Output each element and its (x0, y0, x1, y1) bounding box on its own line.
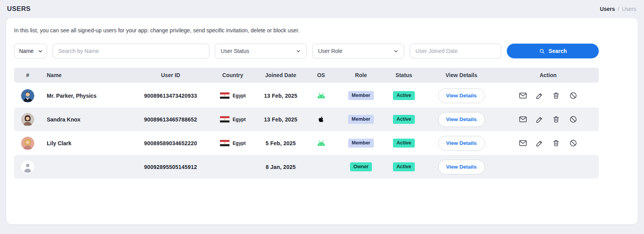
user-status-select[interactable]: User Status (215, 44, 307, 58)
search-field-select-value: Name (19, 48, 34, 54)
top-bar: USERS Users / Users (0, 0, 644, 16)
block-button[interactable] (569, 139, 577, 147)
table-row: Lily Clark 90089589034652220 Egypt 5 Feb… (14, 131, 599, 155)
user-name: Mr. Parker, Physics (47, 93, 97, 99)
android-icon (317, 140, 326, 146)
joined-date: 13 Feb, 2025 (264, 116, 297, 123)
egypt-flag-icon (220, 116, 230, 123)
column-header: Action (497, 72, 599, 78)
search-field-select[interactable]: Name (14, 44, 47, 58)
egypt-flag-icon (220, 140, 230, 146)
page-title: USERS (7, 5, 31, 13)
search-icon (539, 48, 545, 55)
role-badge: Member (348, 115, 374, 124)
search-input-wrap (53, 44, 210, 58)
table-row: 90092895505145912 8 Jan, 2025 Owner Acti… (14, 155, 599, 179)
breadcrumb-separator: / (618, 6, 619, 12)
table-header: # Name User ID Country Joined Date OS Ro… (14, 68, 599, 83)
search-input[interactable] (53, 44, 209, 58)
row-actions (519, 139, 577, 147)
user-status-select-value: User Status (221, 48, 249, 54)
block-button[interactable] (569, 115, 577, 123)
status-badge: Active (393, 115, 415, 124)
delete-button[interactable] (552, 139, 561, 147)
joined-date: 8 Jan, 2025 (266, 164, 296, 170)
edit-button[interactable] (536, 115, 544, 123)
view-details-button[interactable]: View Details (438, 160, 485, 174)
delete-button[interactable] (552, 115, 561, 123)
view-details-button[interactable]: View Details (438, 88, 485, 103)
joined-date-input-wrap (410, 44, 502, 58)
status-badge: Active (393, 162, 415, 171)
delete-button[interactable] (552, 91, 561, 100)
country-label: Egypt (233, 93, 246, 99)
android-icon (317, 93, 326, 99)
egypt-flag-icon (220, 92, 230, 99)
user-role-select-value: User Role (318, 48, 342, 54)
breadcrumb: Users / Users (600, 6, 636, 12)
chevron-down-icon (393, 49, 398, 54)
status-badge: Active (393, 91, 415, 100)
column-header: Country (207, 72, 259, 78)
user-id: 90089589034652220 (144, 140, 197, 146)
column-header: Name (41, 72, 134, 78)
user-name: Sandra Knox (47, 116, 80, 123)
breadcrumb-current: Users (622, 6, 636, 12)
mail-button[interactable] (519, 139, 527, 147)
chevron-down-icon (38, 49, 43, 54)
table-row: Sandra Knox 90089613465788652 Egypt 13 F… (14, 107, 599, 131)
apple-icon (317, 116, 325, 123)
column-header: Status (382, 72, 425, 78)
column-header: OS (303, 72, 340, 78)
user-id: 90089613465788652 (144, 116, 197, 123)
table-row: Mr. Parker, Physics 90089613473420933 Eg… (14, 84, 599, 107)
status-badge: Active (393, 139, 415, 148)
country-label: Egypt (233, 117, 246, 122)
user-role-select[interactable]: User Role (312, 44, 404, 58)
row-actions (519, 115, 577, 123)
avatar (21, 89, 34, 102)
view-details-button[interactable]: View Details (438, 136, 485, 151)
block-button[interactable] (569, 91, 577, 100)
mail-button[interactable] (519, 115, 527, 123)
column-header: Joined Date (259, 72, 303, 78)
country-label: Egypt (233, 141, 246, 146)
column-header: User ID (134, 72, 207, 78)
search-button-label: Search (548, 48, 567, 54)
row-actions (519, 91, 577, 100)
column-header: # (14, 72, 41, 78)
edit-button[interactable] (536, 91, 544, 100)
avatar (21, 113, 34, 126)
role-badge: Owner (350, 162, 372, 171)
breadcrumb-parent[interactable]: Users (600, 6, 615, 12)
joined-date-input[interactable] (410, 44, 501, 58)
joined-date: 13 Feb, 2025 (264, 93, 297, 99)
user-id: 90092895505145912 (144, 164, 197, 170)
user-name: Lily Clark (47, 140, 71, 146)
filters-bar: Name User Status User Role (14, 44, 599, 58)
role-badge: Member (348, 91, 374, 100)
view-details-button[interactable]: View Details (438, 112, 485, 127)
card-description: In this list, you can see all signed-up … (14, 27, 599, 33)
role-badge: Member (348, 139, 374, 148)
column-header: View Details (425, 72, 497, 78)
joined-date: 5 Feb, 2025 (265, 140, 296, 146)
column-header: Role (340, 72, 382, 78)
user-id: 90089613473420933 (144, 93, 197, 99)
mail-button[interactable] (519, 91, 527, 100)
avatar (21, 137, 34, 150)
edit-button[interactable] (536, 139, 544, 147)
chevron-down-icon (296, 49, 301, 54)
avatar-placeholder (21, 160, 34, 174)
search-button[interactable]: Search (507, 44, 599, 58)
users-card: In this list, you can see all signed-up … (6, 18, 638, 224)
